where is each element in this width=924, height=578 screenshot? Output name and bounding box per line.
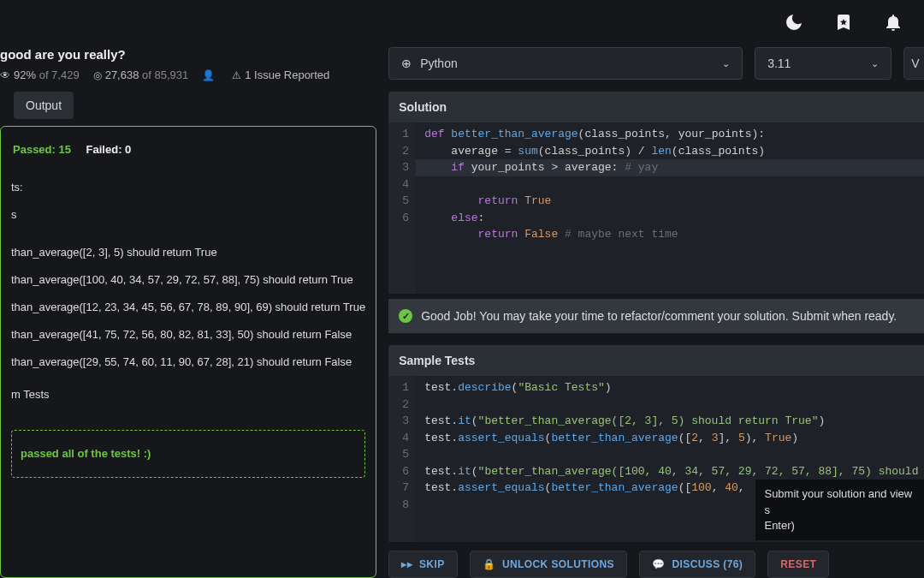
bell-icon[interactable] — [883, 12, 903, 35]
submit-tooltip: Submit your solution and view s Enter) — [755, 480, 924, 540]
test-result-line: than_average([2, 3], 5) should return Tr… — [11, 241, 365, 264]
check-icon: ✓ — [399, 309, 412, 323]
chevron-down-icon: ⌄ — [871, 58, 879, 69]
test-result-line: than_average([100, 40, 34, 57, 29, 72, 5… — [11, 269, 365, 291]
unlock-solutions-button[interactable]: 🔒UNLOCK SOLUTIONS — [470, 551, 627, 578]
solution-editor[interactable]: 123456 def better_than_average(class_poi… — [388, 122, 924, 294]
reset-button[interactable]: RESET — [767, 551, 829, 578]
test-result-line: than_average([12, 23, 34, 45, 56, 67, 78… — [11, 296, 365, 319]
skip-button[interactable]: ▸▸SKIP — [388, 551, 457, 578]
kata-stats: 👁92% of 7,429 ◎27,638 of 85,931 👤 ⚠1 Iss… — [0, 69, 376, 92]
language-select[interactable]: ⊕Python ⌄ — [388, 47, 743, 80]
eye-icon: 👁 — [0, 69, 10, 81]
lock-icon: 🔒 — [483, 558, 495, 570]
warning-icon: ⚠ — [232, 69, 241, 81]
user-icon: 👤 — [202, 69, 215, 81]
tests-header: Sample Tests — [388, 345, 924, 376]
solution-header: Solution — [388, 92, 924, 122]
results-panel: Passed: 15 Failed: 0 ts: s than_average(… — [0, 126, 376, 578]
python-icon: ⊕ — [401, 57, 412, 70]
chevron-down-icon: ⌄ — [722, 58, 730, 69]
vim-toggle[interactable]: V — [903, 47, 924, 80]
target-icon: ◎ — [93, 69, 102, 81]
failed-count: Failed: 0 — [86, 143, 132, 156]
forward-icon: ▸▸ — [401, 558, 412, 570]
success-message: passed all of the tests! :) — [11, 430, 365, 478]
moon-icon[interactable] — [784, 12, 804, 35]
test-result-line: than_average([29, 55, 74, 60, 11, 90, 67… — [11, 351, 365, 373]
output-tab[interactable]: Output — [14, 92, 74, 119]
test-result-line: than_average([41, 75, 72, 56, 80, 82, 81… — [11, 324, 365, 346]
kata-title: good are you really? — [0, 47, 376, 69]
version-select[interactable]: 3.11 ⌄ — [755, 47, 891, 80]
discuss-button[interactable]: 💬DISCUSS (76) — [639, 551, 755, 578]
status-bar: ✓ Good Job! You may take your time to re… — [388, 299, 924, 333]
bookmark-star-icon[interactable] — [833, 12, 854, 35]
passed-count: Passed: 15 — [13, 143, 71, 156]
comment-icon: 💬 — [652, 558, 665, 570]
